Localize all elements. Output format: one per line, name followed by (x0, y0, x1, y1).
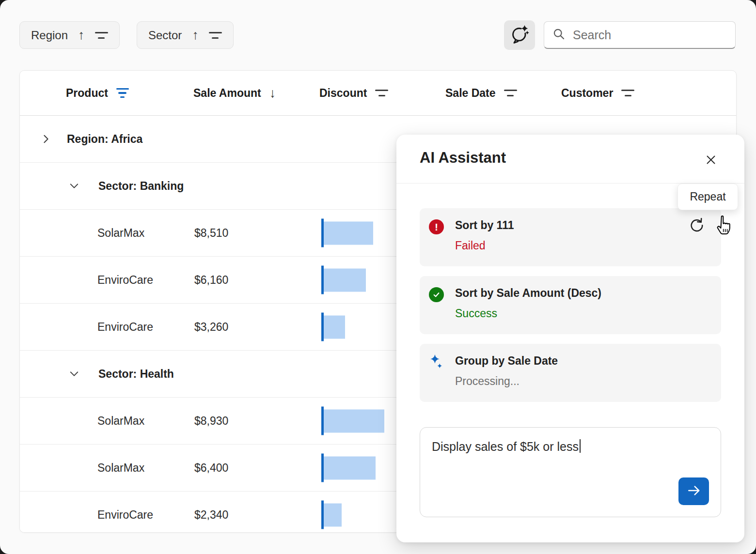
filter-icon[interactable] (209, 32, 222, 39)
filter-icon[interactable] (95, 32, 108, 39)
search-icon (552, 28, 566, 43)
discount-bar (321, 407, 384, 435)
sale-amount-cell: $6,160 (194, 274, 228, 287)
action-card-processing: Group by Sale DateProcessing... (420, 344, 721, 402)
action-card-success: Sort by Sale Amount (Desc)Success (420, 276, 721, 334)
chevron-down-icon[interactable] (68, 368, 80, 380)
filter-icon[interactable] (375, 90, 388, 96)
group-label: Sector: Banking (98, 180, 184, 193)
group-chip-region[interactable]: Region ↑ (19, 21, 120, 49)
chip-label: Region (31, 29, 68, 42)
discount-bar (321, 501, 342, 529)
product-cell: EnviroCare (97, 508, 153, 522)
chevron-right-icon[interactable] (40, 133, 52, 145)
arrow-down-icon[interactable]: ↓ (269, 87, 276, 100)
chevron-down-icon[interactable] (68, 180, 80, 192)
sale-amount-cell: $2,340 (194, 508, 228, 522)
filter-active-icon[interactable] (116, 88, 129, 98)
sale-amount-cell: $6,400 (194, 462, 228, 475)
tooltip-repeat: Repeat (677, 184, 738, 210)
sale-amount-cell: $8,510 (194, 227, 228, 240)
retry-button[interactable] (687, 216, 705, 234)
error-icon: ! (429, 219, 444, 234)
tooltip-label: Repeat (690, 190, 725, 203)
discount-bar (321, 219, 373, 247)
arrow-up-icon[interactable]: ↑ (78, 29, 85, 42)
sparkle-icon (429, 355, 444, 370)
product-cell: EnviroCare (97, 274, 153, 287)
action-title: Sort by Sale Amount (Desc) (455, 287, 601, 300)
column-label: Sale Date (445, 87, 496, 100)
action-card-error: !Sort by 111Failed (420, 208, 721, 266)
column-label: Customer (561, 87, 613, 100)
grid-header: Product Sale Amount ↓ Discount Sale Date… (20, 71, 736, 116)
column-label: Product (66, 87, 108, 100)
sale-amount-cell: $3,260 (194, 321, 228, 334)
product-cell: SolarMax (97, 227, 144, 240)
text-caret (580, 439, 581, 453)
send-button[interactable] (678, 477, 709, 505)
action-status: Processing... (455, 375, 520, 388)
column-header-sale-amount[interactable]: Sale Amount ↓ (193, 71, 276, 115)
action-title: Sort by 111 (455, 219, 514, 232)
column-header-discount[interactable]: Discount (319, 71, 388, 115)
discount-bar (321, 266, 366, 294)
chat-sparkle-icon (509, 24, 530, 46)
group-label: Region: Africa (67, 133, 142, 146)
product-cell: SolarMax (97, 415, 144, 428)
discount-bar (321, 313, 345, 341)
prompt-input[interactable]: Display sales of $5k or less (420, 427, 721, 517)
refresh-icon (687, 228, 705, 235)
column-label: Discount (319, 87, 367, 100)
panel-title: AI Assistant (420, 149, 506, 167)
search-box[interactable] (544, 21, 736, 49)
column-label: Sale Amount (193, 87, 261, 100)
sale-amount-cell: $8,930 (194, 415, 228, 428)
send-arrow-icon (685, 482, 703, 501)
column-header-sale-date[interactable]: Sale Date (445, 71, 517, 115)
filter-icon[interactable] (504, 90, 517, 96)
arrow-up-icon[interactable]: ↑ (192, 29, 199, 42)
app-window: Region ↑ Sector ↑ Pro (0, 0, 756, 554)
filter-icon[interactable] (621, 90, 634, 96)
prompt-text: Display sales of $5k or less (432, 438, 709, 455)
close-button[interactable] (703, 152, 719, 169)
ai-assistant-button[interactable] (504, 20, 535, 50)
group-label: Sector: Health (98, 368, 174, 381)
product-cell: EnviroCare (97, 321, 153, 334)
column-header-product[interactable]: Product (66, 71, 129, 115)
product-cell: SolarMax (97, 462, 144, 475)
success-icon (429, 287, 444, 302)
action-title: Group by Sale Date (455, 354, 558, 368)
close-icon (703, 152, 719, 169)
group-chip-sector[interactable]: Sector ↑ (137, 21, 234, 49)
action-status: Failed (455, 239, 486, 252)
discount-bar (321, 454, 376, 482)
action-status: Success (455, 307, 497, 320)
chip-label: Sector (148, 29, 182, 42)
column-header-customer[interactable]: Customer (561, 71, 634, 115)
search-input[interactable] (572, 28, 730, 43)
